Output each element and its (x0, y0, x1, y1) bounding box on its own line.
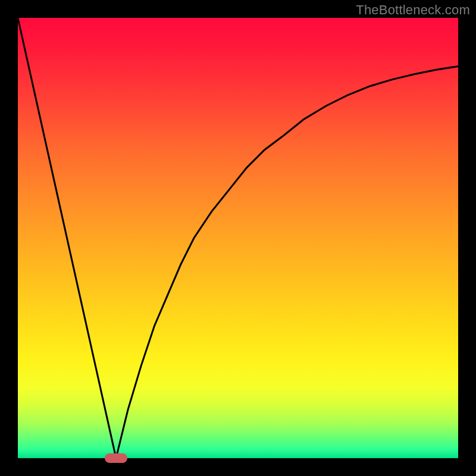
right-curve-path (116, 66, 458, 458)
plot-area (18, 18, 458, 458)
watermark-text: TheBottleneck.com (356, 2, 470, 18)
left-line-path (18, 18, 116, 458)
valley-marker (105, 453, 127, 463)
chart-frame: TheBottleneck.com (0, 0, 476, 476)
bottleneck-curve (18, 18, 458, 458)
